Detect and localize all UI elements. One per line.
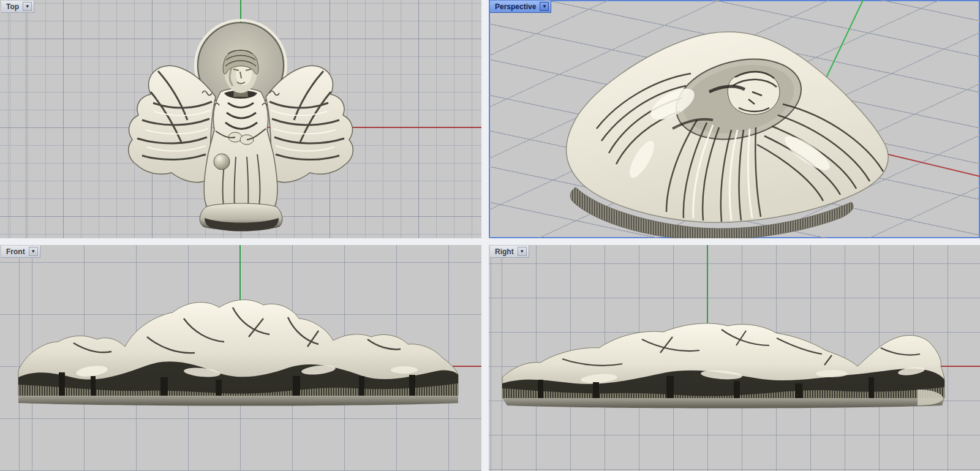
wing-right [266,66,353,182]
scene-front [0,245,481,471]
viewport-front[interactable]: Front ▼ [0,245,481,471]
viewport-title-label: Front [6,247,25,256]
viewport-menu-arrow-icon[interactable]: ▼ [540,2,549,11]
model-angel-right-view[interactable] [502,323,944,409]
viewport-menu-arrow-icon[interactable]: ▼ [23,2,32,11]
slab-bottom-edge [18,396,458,406]
scene-perspective [489,0,980,238]
viewport-title-perspective[interactable]: Perspective ▼ [490,1,551,13]
scene-right [489,245,980,471]
model-angel-top-view[interactable] [129,20,353,232]
slab-bottom-edge [502,398,944,409]
viewport-menu-arrow-icon[interactable]: ▼ [518,247,527,256]
viewport-title-label: Right [495,247,514,256]
model-angel-front-view[interactable] [18,300,458,405]
viewport-title-label: Perspective [495,2,536,11]
viewport-title-label: Top [6,2,19,11]
viewport-menu-arrow-icon[interactable]: ▼ [29,247,38,256]
model-angel-perspective-view[interactable] [567,32,888,238]
viewport-top[interactable]: Top ▼ [0,0,481,238]
wing-left [129,66,216,182]
angel-body [204,88,277,213]
scene-top [0,0,481,238]
orb [214,154,230,170]
viewport-title-top[interactable]: Top ▼ [1,1,34,13]
viewport-perspective[interactable]: Perspective ▼ [489,0,980,238]
viewport-title-right[interactable]: Right ▼ [490,246,529,258]
viewport-right[interactable]: Right ▼ [489,245,980,471]
base-mound [200,203,282,232]
viewport-title-front[interactable]: Front ▼ [1,246,40,258]
